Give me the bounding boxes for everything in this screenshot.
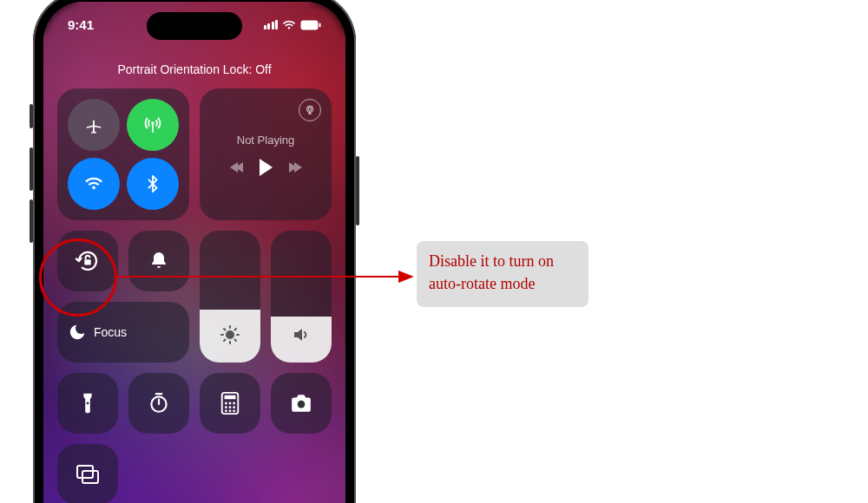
focus-button[interactable]: Focus <box>57 302 189 363</box>
timer-button[interactable] <box>128 373 189 434</box>
speaker-icon <box>291 324 312 345</box>
iphone-frame: 9:41 Portrait Orientation Lock: Off <box>33 0 356 503</box>
flashlight-button[interactable] <box>57 373 118 434</box>
power-button <box>356 156 359 225</box>
svg-line-13 <box>235 340 237 342</box>
svg-point-27 <box>233 406 235 408</box>
camera-button[interactable] <box>271 373 332 434</box>
airplay-button[interactable] <box>299 99 321 121</box>
svg-rect-21 <box>225 395 236 400</box>
orientation-lock-icon <box>75 248 101 274</box>
svg-point-30 <box>233 409 235 412</box>
moon-icon <box>68 323 87 342</box>
svg-point-31 <box>298 401 306 408</box>
svg-rect-6 <box>84 259 91 265</box>
annotation-callout: Disable it to turn on auto-rotate mode <box>417 241 589 307</box>
cellular-data-button[interactable] <box>127 99 179 151</box>
previous-track-button[interactable] <box>230 162 240 173</box>
play-button[interactable] <box>260 159 273 176</box>
brightness-icon <box>220 324 240 345</box>
volume-up-button <box>30 147 33 191</box>
timer-icon <box>148 392 170 415</box>
svg-point-5 <box>307 106 313 112</box>
orientation-lock-status-text: Portrait Orientation Lock: Off <box>57 62 332 76</box>
svg-point-7 <box>227 331 233 338</box>
annotation-arrow <box>113 265 425 299</box>
airplane-mode-button[interactable] <box>68 99 120 151</box>
svg-line-15 <box>235 329 237 330</box>
svg-point-24 <box>233 402 235 405</box>
camera-icon <box>290 394 312 413</box>
svg-point-23 <box>229 402 232 405</box>
svg-rect-1 <box>319 23 321 27</box>
orientation-lock-button[interactable] <box>57 231 118 291</box>
phone-screen: 9:41 Portrait Orientation Lock: Off <box>43 2 345 503</box>
svg-point-16 <box>87 402 89 405</box>
svg-point-26 <box>229 406 232 408</box>
battery-icon <box>300 20 321 30</box>
annotation-text: Disable it to turn on auto-rotate mode <box>429 252 554 292</box>
svg-rect-0 <box>301 20 319 29</box>
screen-mirroring-icon <box>76 464 100 485</box>
svg-point-29 <box>229 409 232 412</box>
calculator-icon <box>220 392 240 415</box>
bluetooth-icon <box>143 174 162 193</box>
volume-down-button <box>30 199 33 243</box>
ring-switch <box>30 104 33 128</box>
media-panel[interactable]: Not Playing <box>200 88 332 220</box>
now-playing-label: Not Playing <box>237 134 294 147</box>
svg-point-4 <box>308 108 312 111</box>
wifi-icon <box>282 20 296 30</box>
svg-point-28 <box>225 409 227 412</box>
cellular-signal-icon <box>264 20 279 29</box>
wifi-button[interactable] <box>68 158 120 210</box>
screen-mirroring-button[interactable] <box>57 444 118 503</box>
connectivity-panel[interactable] <box>57 88 189 220</box>
airplane-icon <box>84 115 103 134</box>
svg-point-25 <box>225 406 227 408</box>
flashlight-icon <box>79 392 96 415</box>
svg-line-14 <box>224 340 226 342</box>
svg-line-12 <box>224 329 226 330</box>
cellular-antenna-icon <box>142 114 163 135</box>
next-track-button[interactable] <box>292 162 302 173</box>
calculator-button[interactable] <box>200 373 260 434</box>
wifi-icon <box>84 174 103 193</box>
focus-label: Focus <box>94 325 127 339</box>
bluetooth-button[interactable] <box>127 158 179 210</box>
dynamic-island <box>147 12 242 40</box>
status-time: 9:41 <box>68 17 94 32</box>
svg-point-22 <box>225 402 227 405</box>
airplay-icon <box>304 104 316 116</box>
